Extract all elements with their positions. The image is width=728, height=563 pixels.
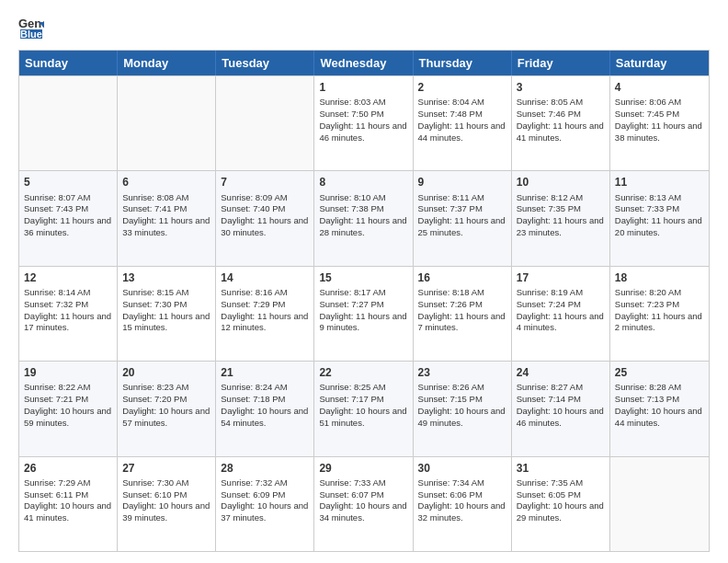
day-cell-1: 1Sunrise: 8:03 AM Sunset: 7:50 PM Daylig… (314, 76, 413, 170)
day-info: Sunrise: 8:12 AM Sunset: 7:35 PM Dayligh… (517, 192, 604, 237)
day-info: Sunrise: 8:27 AM Sunset: 7:14 PM Dayligh… (517, 382, 604, 427)
day-number: 18 (615, 270, 704, 285)
day-info: Sunrise: 8:28 AM Sunset: 7:13 PM Dayligh… (615, 382, 702, 427)
day-number: 25 (615, 365, 704, 380)
day-info: Sunrise: 8:18 AM Sunset: 7:26 PM Dayligh… (418, 287, 506, 332)
day-cell-16: 16Sunrise: 8:18 AM Sunset: 7:26 PM Dayli… (414, 267, 512, 361)
day-cell-7: 7Sunrise: 8:09 AM Sunset: 7:40 PM Daylig… (216, 171, 314, 265)
day-info: Sunrise: 8:09 AM Sunset: 7:40 PM Dayligh… (221, 192, 308, 237)
day-number: 30 (418, 461, 506, 476)
day-cell-31: 31Sunrise: 7:35 AM Sunset: 6:05 PM Dayli… (512, 457, 610, 551)
day-number: 4 (615, 80, 704, 95)
day-cell-25: 25Sunrise: 8:28 AM Sunset: 7:13 PM Dayli… (610, 362, 709, 455)
day-info: Sunrise: 8:20 AM Sunset: 7:23 PM Dayligh… (615, 287, 702, 332)
empty-cell-0-0 (19, 76, 118, 170)
day-cell-22: 22Sunrise: 8:25 AM Sunset: 7:17 PM Dayli… (314, 362, 413, 455)
day-info: Sunrise: 7:32 AM Sunset: 6:09 PM Dayligh… (221, 477, 308, 523)
day-info: Sunrise: 8:22 AM Sunset: 7:21 PM Dayligh… (24, 382, 111, 427)
day-number: 28 (221, 461, 309, 476)
day-cell-2: 2Sunrise: 8:04 AM Sunset: 7:48 PM Daylig… (414, 76, 512, 170)
day-number: 22 (319, 365, 407, 380)
day-cell-24: 24Sunrise: 8:27 AM Sunset: 7:14 PM Dayli… (512, 362, 610, 455)
day-cell-11: 11Sunrise: 8:13 AM Sunset: 7:33 PM Dayli… (610, 171, 709, 265)
day-number: 24 (517, 365, 605, 380)
day-cell-10: 10Sunrise: 8:12 AM Sunset: 7:35 PM Dayli… (512, 171, 610, 265)
day-info: Sunrise: 7:34 AM Sunset: 6:06 PM Dayligh… (418, 477, 506, 523)
day-number: 11 (615, 175, 704, 190)
day-cell-9: 9Sunrise: 8:11 AM Sunset: 7:37 PM Daylig… (414, 171, 512, 265)
page: General Blue SundayMondayTuesdayWednesda… (0, 0, 728, 563)
day-cell-21: 21Sunrise: 8:24 AM Sunset: 7:18 PM Dayli… (216, 362, 314, 455)
header: General Blue (18, 15, 710, 40)
calendar-header: SundayMondayTuesdayWednesdayThursdayFrid… (19, 51, 709, 75)
day-info: Sunrise: 8:26 AM Sunset: 7:15 PM Dayligh… (418, 382, 506, 427)
day-info: Sunrise: 7:30 AM Sunset: 6:10 PM Dayligh… (122, 477, 210, 523)
logo: General Blue (18, 15, 48, 40)
empty-cell-4-6 (610, 457, 709, 551)
day-number: 20 (122, 365, 210, 380)
day-info: Sunrise: 8:25 AM Sunset: 7:17 PM Dayligh… (319, 382, 406, 427)
day-number: 1 (319, 80, 407, 95)
day-cell-29: 29Sunrise: 7:33 AM Sunset: 6:07 PM Dayli… (314, 457, 413, 551)
header-cell-friday: Friday (512, 51, 610, 75)
day-cell-20: 20Sunrise: 8:23 AM Sunset: 7:20 PM Dayli… (118, 362, 216, 455)
calendar-row-2: 12Sunrise: 8:14 AM Sunset: 7:32 PM Dayli… (19, 266, 709, 361)
header-cell-sunday: Sunday (19, 51, 118, 75)
day-number: 29 (319, 461, 407, 476)
day-number: 10 (517, 175, 605, 190)
day-number: 3 (517, 80, 605, 95)
day-cell-12: 12Sunrise: 8:14 AM Sunset: 7:32 PM Dayli… (19, 267, 118, 361)
day-number: 27 (122, 461, 210, 476)
day-info: Sunrise: 8:23 AM Sunset: 7:20 PM Dayligh… (122, 382, 210, 427)
day-info: Sunrise: 7:33 AM Sunset: 6:07 PM Dayligh… (319, 477, 406, 523)
day-info: Sunrise: 8:24 AM Sunset: 7:18 PM Dayligh… (221, 382, 308, 427)
day-cell-17: 17Sunrise: 8:19 AM Sunset: 7:24 PM Dayli… (512, 267, 610, 361)
empty-cell-0-1 (118, 76, 216, 170)
day-info: Sunrise: 8:16 AM Sunset: 7:29 PM Dayligh… (221, 287, 308, 332)
day-number: 21 (221, 365, 309, 380)
day-info: Sunrise: 8:17 AM Sunset: 7:27 PM Dayligh… (319, 287, 406, 332)
day-cell-8: 8Sunrise: 8:10 AM Sunset: 7:38 PM Daylig… (314, 171, 413, 265)
calendar-row-4: 26Sunrise: 7:29 AM Sunset: 6:11 PM Dayli… (19, 456, 709, 551)
header-cell-wednesday: Wednesday (314, 51, 413, 75)
calendar-row-0: 1Sunrise: 8:03 AM Sunset: 7:50 PM Daylig… (19, 75, 709, 170)
day-info: Sunrise: 8:08 AM Sunset: 7:41 PM Dayligh… (122, 192, 210, 237)
day-info: Sunrise: 8:06 AM Sunset: 7:45 PM Dayligh… (615, 97, 702, 142)
empty-cell-0-2 (216, 76, 314, 170)
calendar-body: 1Sunrise: 8:03 AM Sunset: 7:50 PM Daylig… (19, 75, 709, 551)
day-number: 2 (418, 80, 506, 95)
day-cell-3: 3Sunrise: 8:05 AM Sunset: 7:46 PM Daylig… (512, 76, 610, 170)
day-number: 19 (24, 365, 112, 380)
day-cell-15: 15Sunrise: 8:17 AM Sunset: 7:27 PM Dayli… (314, 267, 413, 361)
day-number: 9 (418, 175, 506, 190)
day-info: Sunrise: 8:05 AM Sunset: 7:46 PM Dayligh… (517, 97, 604, 142)
day-number: 7 (221, 175, 309, 190)
day-info: Sunrise: 8:15 AM Sunset: 7:30 PM Dayligh… (122, 287, 210, 332)
day-info: Sunrise: 7:35 AM Sunset: 6:05 PM Dayligh… (517, 477, 604, 523)
day-info: Sunrise: 7:29 AM Sunset: 6:11 PM Dayligh… (24, 477, 111, 523)
day-number: 5 (24, 175, 112, 190)
day-cell-6: 6Sunrise: 8:08 AM Sunset: 7:41 PM Daylig… (118, 171, 216, 265)
day-cell-5: 5Sunrise: 8:07 AM Sunset: 7:43 PM Daylig… (19, 171, 118, 265)
header-cell-saturday: Saturday (610, 51, 709, 75)
day-number: 15 (319, 270, 407, 285)
day-cell-23: 23Sunrise: 8:26 AM Sunset: 7:15 PM Dayli… (414, 362, 512, 455)
day-info: Sunrise: 8:13 AM Sunset: 7:33 PM Dayligh… (615, 192, 702, 237)
header-cell-tuesday: Tuesday (216, 51, 314, 75)
day-cell-14: 14Sunrise: 8:16 AM Sunset: 7:29 PM Dayli… (216, 267, 314, 361)
day-cell-30: 30Sunrise: 7:34 AM Sunset: 6:06 PM Dayli… (414, 457, 512, 551)
header-cell-monday: Monday (118, 51, 216, 75)
day-cell-28: 28Sunrise: 7:32 AM Sunset: 6:09 PM Dayli… (216, 457, 314, 551)
svg-text:Blue: Blue (20, 29, 42, 40)
day-info: Sunrise: 8:07 AM Sunset: 7:43 PM Dayligh… (24, 192, 111, 237)
calendar-row-3: 19Sunrise: 8:22 AM Sunset: 7:21 PM Dayli… (19, 361, 709, 455)
day-info: Sunrise: 8:11 AM Sunset: 7:37 PM Dayligh… (418, 192, 506, 237)
day-info: Sunrise: 8:04 AM Sunset: 7:48 PM Dayligh… (418, 97, 506, 142)
day-cell-13: 13Sunrise: 8:15 AM Sunset: 7:30 PM Dayli… (118, 267, 216, 361)
day-number: 16 (418, 270, 506, 285)
logo-icon: General Blue (18, 15, 44, 40)
day-number: 26 (24, 461, 112, 476)
day-info: Sunrise: 8:19 AM Sunset: 7:24 PM Dayligh… (517, 287, 604, 332)
calendar-row-1: 5Sunrise: 8:07 AM Sunset: 7:43 PM Daylig… (19, 170, 709, 265)
day-cell-4: 4Sunrise: 8:06 AM Sunset: 7:45 PM Daylig… (610, 76, 709, 170)
